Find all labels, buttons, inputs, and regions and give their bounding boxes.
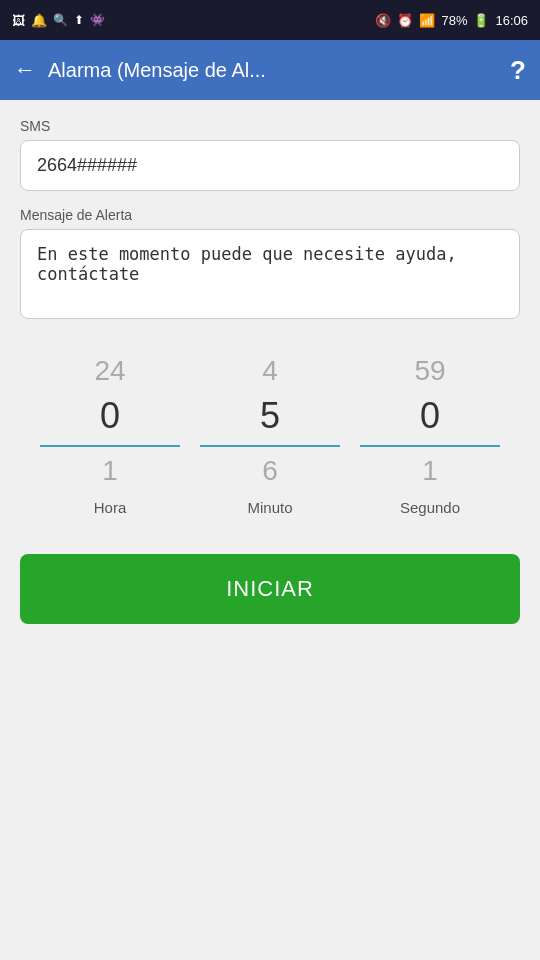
sms-input[interactable] [20,140,520,191]
status-right-icons: 🔇 ⏰ 📶 78% 🔋 16:06 [375,13,528,28]
segundo-current-wrapper: 0 [360,395,500,447]
time-picker: 24 0 1 Hora 4 5 6 Minuto 59 0 1 Segundo [20,347,520,516]
search-icon: 🔍 [53,13,68,27]
battery-icon: 🔋 [473,13,489,28]
signal-icon: 📶 [419,13,435,28]
minuto-current[interactable]: 5 [200,395,340,437]
game-icon: 👾 [90,13,105,27]
hora-prev: 24 [94,347,125,395]
hora-current-wrapper: 0 [40,395,180,447]
hora-column: 24 0 1 Hora [40,347,180,516]
sms-field-label: SMS [20,118,520,134]
hora-current[interactable]: 0 [40,395,180,437]
minuto-current-wrapper: 5 [200,395,340,447]
mute-icon: 🔇 [375,13,391,28]
app-bar-title: Alarma (Mensaje de Al... [48,59,498,82]
mensaje-textarea[interactable] [20,229,520,319]
app-bar: ← Alarma (Mensaje de Al... ? [0,40,540,100]
segundo-prev: 59 [414,347,445,395]
back-button[interactable]: ← [14,57,36,83]
minuto-label: Minuto [247,499,292,516]
notification-icon: 🔔 [31,13,47,28]
segundo-current[interactable]: 0 [360,395,500,437]
status-left-icons: 🖼 🔔 🔍 ⬆ 👾 [12,13,105,28]
minuto-next: 6 [262,447,278,495]
segundo-label: Segundo [400,499,460,516]
segundo-column: 59 0 1 Segundo [360,347,500,516]
clock-icon: ⏰ [397,13,413,28]
status-bar: 🖼 🔔 🔍 ⬆ 👾 🔇 ⏰ 📶 78% 🔋 16:06 [0,0,540,40]
segundo-next: 1 [422,447,438,495]
main-content: SMS Mensaje de Alerta 24 0 1 Hora 4 5 6 … [0,100,540,642]
time-display: 16:06 [495,13,528,28]
mensaje-field-label: Mensaje de Alerta [20,207,520,223]
usb-icon: ⬆ [74,13,84,27]
minuto-column: 4 5 6 Minuto [200,347,340,516]
help-button[interactable]: ? [510,55,526,86]
minuto-prev: 4 [262,347,278,395]
photo-icon: 🖼 [12,13,25,28]
hora-next: 1 [102,447,118,495]
battery-percent: 78% [441,13,467,28]
hora-label: Hora [94,499,127,516]
iniciar-button[interactable]: INICIAR [20,554,520,624]
